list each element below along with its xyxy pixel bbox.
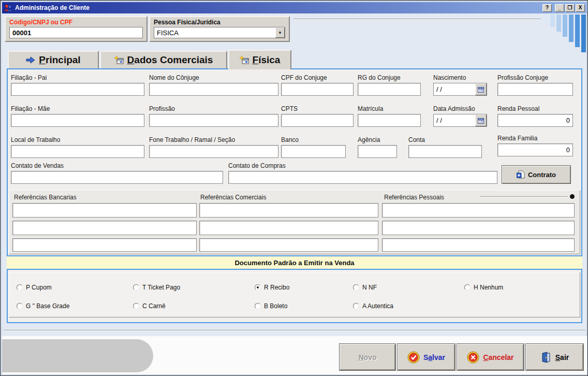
radio-option-boleto[interactable]: B Boleto xyxy=(255,302,287,310)
fisica-tab-content: Filiação - Pai Nome do Cônjuge CPF do Co… xyxy=(7,68,582,323)
filiacao-pai-input[interactable] xyxy=(11,83,144,96)
field-rg-conjuge: RG do Conjuge xyxy=(358,74,421,96)
filiacao-mae-input[interactable] xyxy=(11,114,144,127)
fone-trabalho-input[interactable] xyxy=(149,145,278,158)
radio-option-base-grade[interactable]: G " Base Grade xyxy=(17,302,69,310)
ref-pessoal-input-1[interactable] xyxy=(382,203,575,218)
conta-input[interactable] xyxy=(408,145,482,158)
radio-option-nenhum[interactable]: H Nenhum xyxy=(464,284,503,291)
cpts-input[interactable] xyxy=(281,114,354,127)
field-label: Renda Pessoal xyxy=(497,105,573,112)
pessoa-value[interactable] xyxy=(154,27,275,38)
radio-option-carne[interactable]: C Carnê xyxy=(133,302,166,310)
contrato-button[interactable]: Contrato xyxy=(502,165,571,184)
radio-option-autentica[interactable]: A Autentica xyxy=(353,302,393,310)
field-fone-trabalho: Fone Trabalho / Ramal / Seção xyxy=(149,136,278,158)
form-sparkle-icon xyxy=(240,56,249,64)
field-label: Banco xyxy=(281,136,346,143)
field-filiacao-pai: Filiação - Pai xyxy=(11,74,144,96)
renda-pessoal-input[interactable] xyxy=(497,114,573,127)
radio-option-ticket-pago[interactable]: T Ticket Pago xyxy=(133,284,180,291)
help-button[interactable]: ? xyxy=(542,4,552,12)
ref-pessoal-input-2[interactable] xyxy=(382,221,575,235)
salvar-button[interactable]: Salvar xyxy=(397,343,455,371)
novo-label: Novo xyxy=(358,353,376,361)
radio-option-nf[interactable]: N NF xyxy=(353,284,377,291)
radio-icon xyxy=(353,303,359,309)
cancel-x-icon xyxy=(467,351,479,364)
agencia-input[interactable] xyxy=(358,145,397,158)
nome-conjuge-input[interactable] xyxy=(149,83,278,96)
field-nome-conjuge: Nome do Cônjuge xyxy=(149,74,278,96)
maximize-button[interactable]: ❐ xyxy=(565,4,575,12)
tab-dados-comerciais[interactable]: Dados Comerciais xyxy=(100,51,227,68)
window-title: Administração de Cliente xyxy=(15,4,541,11)
arrow-right-icon xyxy=(26,56,35,64)
calendar-button[interactable]: 15 xyxy=(475,83,487,95)
profissao-input[interactable] xyxy=(149,114,278,127)
codigo-input[interactable] xyxy=(9,27,143,38)
field-label: Profissão xyxy=(149,105,278,112)
ref-bancaria-input-1[interactable] xyxy=(12,203,197,218)
contato-compras-input[interactable] xyxy=(228,171,497,184)
field-label: Conta xyxy=(408,136,482,143)
ref-bancaria-input-2[interactable] xyxy=(12,221,197,235)
ref-pessoal-input-3[interactable] xyxy=(382,238,575,252)
tab-principal[interactable]: Principal xyxy=(8,51,99,68)
cancelar-button[interactable]: Cancelar xyxy=(457,343,524,371)
radio-option-recibo[interactable]: R Recibo xyxy=(255,284,289,291)
profissao-conjuge-input[interactable] xyxy=(497,83,573,96)
decor-bar xyxy=(563,15,567,37)
sair-button[interactable]: Sair xyxy=(525,343,584,371)
ref-comercial-input-3[interactable] xyxy=(199,238,378,252)
field-label: Renda Familia xyxy=(497,135,573,142)
chevron-down-icon[interactable]: ▼ xyxy=(275,27,285,38)
client-admin-window: Administração de Cliente ? _ ❐ X Código/… xyxy=(0,0,588,376)
ref-comercial-input-2[interactable] xyxy=(199,221,378,235)
field-data-admissao: Data Admissão 15 xyxy=(433,105,487,127)
ref-bancaria-input-3[interactable] xyxy=(12,238,197,252)
calendar-icon: 15 xyxy=(478,86,484,93)
header-divider xyxy=(293,19,541,20)
novo-button[interactable]: Novo xyxy=(339,343,396,371)
renda-familia-input[interactable] xyxy=(497,143,573,156)
decor-bar xyxy=(575,15,580,47)
contato-vendas-input[interactable] xyxy=(11,171,223,184)
field-cpf-conjuge: CPF do Conjuge xyxy=(281,74,354,96)
minimize-button[interactable]: _ xyxy=(555,4,564,12)
data-admissao-input[interactable] xyxy=(434,114,475,126)
tab-label: Física xyxy=(253,54,281,66)
cpf-conjuge-input[interactable] xyxy=(281,83,354,96)
banco-input[interactable] xyxy=(281,145,346,158)
radio-icon xyxy=(17,284,23,291)
radio-label: B Boleto xyxy=(264,302,287,310)
pessoa-select[interactable]: ▼ xyxy=(154,27,285,38)
close-button[interactable]: X xyxy=(576,4,585,12)
calendar-button[interactable]: 15 xyxy=(475,114,487,126)
radio-label: R Recibo xyxy=(264,284,289,291)
doc-padrao-options-panel: P Cupom T Ticket Pago R Recibo N NF H Ne… xyxy=(9,272,580,317)
matricula-input[interactable] xyxy=(358,114,421,127)
ref-comercial-input-1[interactable] xyxy=(199,203,378,218)
tab-label: Principal xyxy=(39,54,80,66)
field-label: Filiação - Pai xyxy=(11,74,144,81)
field-banco: Banco xyxy=(281,136,346,158)
radio-icon xyxy=(255,303,261,309)
field-label: Fone Trabalho / Ramal / Seção xyxy=(149,136,278,143)
field-label: Local de Trabalho xyxy=(11,136,144,143)
field-renda-pessoal: Renda Pessoal xyxy=(497,105,573,127)
corner-decoration xyxy=(2,339,153,372)
rg-conjuge-input[interactable] xyxy=(358,83,421,96)
radio-icon xyxy=(17,303,23,309)
radio-option-cupom[interactable]: P Cupom xyxy=(17,284,52,291)
field-nascimento: Nascimento 15 xyxy=(433,74,487,96)
referencias-panel: Referências Bancarias Referências Comerc… xyxy=(9,190,580,254)
tab-fisica[interactable]: Física xyxy=(228,50,291,69)
app-icon xyxy=(4,4,12,12)
field-label: Profissão Conjuge xyxy=(497,74,573,81)
local-trabalho-input[interactable] xyxy=(11,145,144,158)
nascimento-input[interactable] xyxy=(434,83,475,95)
field-label: Contato de Vendas xyxy=(11,162,223,169)
pessoa-label: Pessoa Física/Jurídica xyxy=(154,19,285,26)
field-profissao-conjuge: Profissão Conjuge xyxy=(497,74,573,96)
